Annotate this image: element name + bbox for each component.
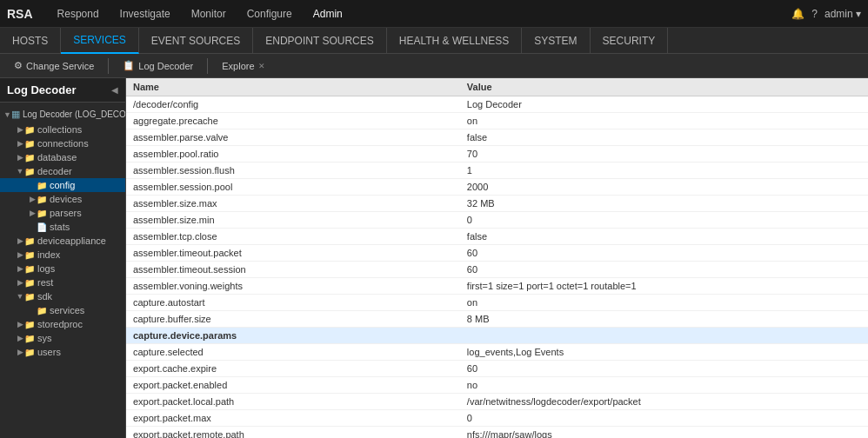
folder-icon: 📁 [24,236,35,246]
explore-close-icon: ✕ [258,62,265,70]
table-row[interactable]: export.cache.expire60 [126,361,868,377]
column-name: Name [126,78,460,96]
table-row[interactable]: assembler.size.max32 MB [126,196,868,212]
tree-item-database[interactable]: ▶ 📁 database [0,150,125,164]
top-nav: RSA Respond Investigate Monitor Configur… [0,0,868,28]
folder-icon: 📁 [24,292,35,302]
table-row[interactable]: assembler.tcp.closefalse [126,229,868,245]
table-row[interactable]: aggregate.precacheon [126,113,868,129]
nav-admin[interactable]: Admin [303,0,353,28]
log-decoder-label: Log Decoder [138,61,193,71]
tree-item-config[interactable]: 📁 config [0,178,125,192]
tree-label-logs: logs [37,263,55,274]
table-row[interactable]: assembler.timeout.session60 [126,262,868,278]
nav-hosts[interactable]: HOSTS [0,28,61,54]
tree-item-storedproc[interactable]: ▶ 📁 storedproc [0,317,125,331]
tree-item-sdk[interactable]: ▼ 📁 sdk [0,289,125,303]
cell-value: 32 MB [460,196,868,212]
table-row[interactable]: capture.buffer.size8 MB [126,311,868,328]
tree-item-connections[interactable]: ▶ 📁 connections [0,136,125,150]
expand-icon: ▼ [3,110,11,119]
nav-investigate[interactable]: Investigate [110,0,181,28]
tree-item-decoder[interactable]: ▼ 📁 decoder [0,164,125,178]
sidebar-collapse-button[interactable]: ◀ [111,85,118,95]
cell-value: first=1 size=1 port=1 octet=1 routable=1 [460,278,868,295]
table-row[interactable]: assembler.size.min0 [126,212,868,229]
log-decoder-button[interactable]: 📋 Log Decoder [116,56,200,76]
tree-item-index[interactable]: ▶ 📁 index [0,248,125,262]
nav-health-wellness[interactable]: HEALTH & WELLNESS [387,28,522,54]
folder-icon: 📁 [24,264,35,274]
cell-value: on [460,113,868,129]
nav-monitor[interactable]: Monitor [181,0,237,28]
nav-system[interactable]: SYSTEM [522,28,590,54]
cell-value: 8 MB [460,311,868,328]
table-row[interactable]: capture.selectedlog_events,Log Events [126,344,868,361]
tree-label-devices: devices [50,194,82,204]
change-service-label: Change Service [26,61,94,71]
cell-value: 70 [460,146,868,163]
nav-event-sources[interactable]: EVENT SOURCES [139,28,253,54]
change-service-button[interactable]: ⚙ Change Service [7,56,101,76]
cell-value: nfs:///mapr/saw/logs [460,427,868,439]
cell-value: 60 [460,262,868,278]
cell-value: false [460,129,868,146]
help-icon[interactable]: ? [811,8,818,20]
nav-security[interactable]: SECURITY [591,28,669,54]
tree-item-users[interactable]: ▶ 📁 users [0,345,125,359]
table-row[interactable]: assembler.session.pool2000 [126,179,868,196]
tree-label-connections: connections [37,138,89,149]
table-row[interactable]: /decoder/configLog Decoder [126,96,868,113]
table-row[interactable]: export.packet.local.path/var/netwitness/… [126,394,868,410]
folder-icon: 📁 [24,167,35,176]
table-row[interactable]: assembler.voning.weightsfirst=1 size=1 p… [126,278,868,295]
table-row[interactable]: capture.device.params [126,328,868,344]
cell-value [460,328,868,344]
cell-name: export.cache.expire [126,361,460,377]
nav-endpoint-sources[interactable]: ENDPOINT SOURCES [253,28,386,54]
explore-button[interactable]: Explore ✕ [215,56,271,76]
table-row[interactable]: export.packet.remote.pathnfs:///mapr/saw… [126,427,868,439]
tree-label-root: Log Decoder (LOG_DECODER) [23,110,126,119]
tree-item-parsers[interactable]: ▶ 📁 parsers [0,206,125,220]
table-row[interactable]: export.packet.max0 [126,410,868,427]
cell-name: capture.buffer.size [126,311,460,328]
expand-icon: ▶ [28,209,37,217]
notifications-icon[interactable]: 🔔 [791,8,805,20]
nav-respond[interactable]: Respond [47,0,110,28]
toolbar-separator-1 [108,58,109,74]
tree-label-database: database [37,152,77,163]
tree-item-logs[interactable]: ▶ 📁 logs [0,262,125,275]
tree-item-devices[interactable]: ▶ 📁 devices [0,192,125,206]
table-row[interactable]: export.packet.enabledno [126,377,868,394]
data-table-container[interactable]: Name Value /decoder/configLog Decoderagg… [126,78,868,438]
toolbar: ⚙ Change Service 📋 Log Decoder Explore ✕ [0,54,868,78]
tree-label-sdk: sdk [37,291,52,302]
table-row[interactable]: assembler.timeout.packet60 [126,245,868,262]
cell-name: assembler.timeout.packet [126,245,460,262]
folder-icon: 📁 [24,139,35,149]
explore-label: Explore [222,61,254,71]
cell-name: export.packet.max [126,410,460,427]
table-row[interactable]: assembler.session.flush1 [126,163,868,179]
tree-item-stats[interactable]: 📄 stats [0,220,125,234]
folder-icon: 📁 [24,278,35,288]
nav-configure[interactable]: Configure [237,0,303,28]
tree-item-services[interactable]: 📁 services [0,303,125,317]
tree-item-deviceappliance[interactable]: ▶ 📁 deviceappliance [0,234,125,248]
cell-name: /decoder/config [126,96,460,113]
table-row[interactable]: assembler.pool.ratio70 [126,146,868,163]
table-row[interactable]: capture.autostarton [126,295,868,311]
tree-item-collections[interactable]: ▶ 📁 collections [0,123,125,136]
cell-name: assembler.session.flush [126,163,460,179]
tree-label-users: users [37,347,61,357]
tree-item-rest[interactable]: ▶ 📁 rest [0,275,125,289]
folder-icon: 📁 [37,195,47,204]
nav-services[interactable]: SERVICES [61,28,138,54]
expand-icon: ▶ [16,320,24,328]
user-menu[interactable]: admin ▾ [825,8,861,20]
tree-item-sys[interactable]: ▶ 📁 sys [0,331,125,345]
cell-name: assembler.parse.valve [126,129,460,146]
table-row[interactable]: assembler.parse.valvefalse [126,129,868,146]
tree-item-log-decoder-root[interactable]: ▼ ▦ Log Decoder (LOG_DECODER) [0,106,125,123]
